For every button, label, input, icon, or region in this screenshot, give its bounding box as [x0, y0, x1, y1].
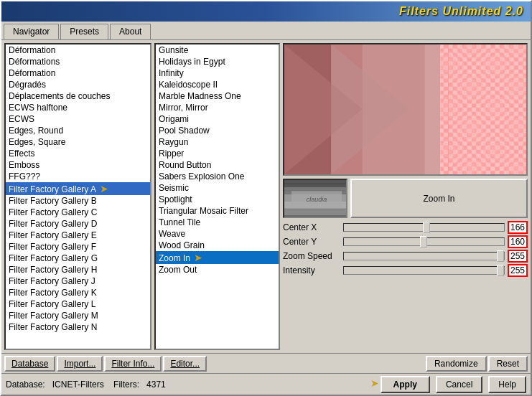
- list-item[interactable]: Filter Factory Gallery D: [6, 218, 150, 230]
- filter-item[interactable]: Origami: [156, 113, 279, 125]
- param-label-centery: Center Y: [283, 237, 340, 247]
- svg-rect-17: [440, 44, 526, 174]
- params-area: Center X 166 Center Y 160 Zoom Speed: [283, 221, 528, 350]
- param-value-intensity: 255: [508, 264, 528, 277]
- list-item[interactable]: Filter Factory Gallery K: [6, 287, 150, 298]
- randomize-button[interactable]: Randomize: [426, 356, 487, 372]
- list-item[interactable]: Déformation: [6, 44, 150, 56]
- title-text: Filters Unlimited 2.0: [399, 5, 523, 18]
- arrow-icon: ➤: [100, 183, 108, 194]
- apply-arrow-icon: ➤: [370, 377, 379, 389]
- bottom-toolbar: Database Import... Filter Info... Editor…: [1, 353, 531, 373]
- list-item[interactable]: Filter Factory Gallery H: [6, 264, 150, 275]
- param-row-intensity: Intensity 255: [283, 264, 528, 277]
- filter-item[interactable]: Infinity: [156, 67, 279, 79]
- param-value-centerx: 166: [508, 221, 528, 234]
- thumbnail-canvas: claudia: [284, 180, 347, 218]
- list-item[interactable]: ECWS: [6, 113, 150, 125]
- category-list[interactable]: Déformation Déformations Déformation Dég…: [4, 43, 151, 350]
- param-row-zoomspeed: Zoom Speed 255: [283, 250, 528, 263]
- param-slider-centerx[interactable]: [343, 223, 505, 232]
- list-item[interactable]: Filter Factory Gallery E: [6, 230, 150, 241]
- database-label: Database:: [6, 380, 45, 390]
- param-value-zoomspeed: 255: [508, 250, 528, 263]
- filter-item[interactable]: Spotlight: [156, 194, 279, 205]
- database-value: ICNET-Filters: [52, 380, 104, 390]
- filter-item[interactable]: Weave: [156, 228, 279, 240]
- apply-button[interactable]: Apply: [381, 376, 430, 393]
- list-item[interactable]: Emboss: [6, 159, 150, 171]
- list-item[interactable]: Filter Factory Gallery L: [6, 298, 150, 310]
- status-info: Database: ICNET-Filters Filters: 4371: [6, 380, 375, 390]
- list-item[interactable]: Déformations: [6, 56, 150, 67]
- filter-item[interactable]: Kaleidoscope II: [156, 79, 279, 90]
- cancel-button[interactable]: Cancel: [436, 376, 482, 393]
- list-item[interactable]: Filter Factory Gallery G: [6, 253, 150, 264]
- right-panel: claudia Zoom In Center X: [283, 43, 528, 350]
- database-button[interactable]: Database: [4, 356, 55, 372]
- preview-area: [283, 43, 528, 176]
- param-row-centerx: Center X 166: [283, 221, 528, 234]
- filter-item[interactable]: Triangular Mosaic Filter: [156, 205, 279, 217]
- param-label-zoomspeed: Zoom Speed: [283, 251, 340, 261]
- status-bar: Database: ICNET-Filters Filters: 4371 ➤ …: [1, 373, 531, 395]
- tab-bar: Navigator Presets About: [1, 22, 531, 40]
- filter-item[interactable]: Gunsite: [156, 44, 279, 56]
- param-label-intensity: Intensity: [283, 265, 340, 275]
- list-item[interactable]: ECWS halftone: [6, 102, 150, 113]
- filter-list[interactable]: Gunsite Holidays in Egypt Infinity Kalei…: [154, 43, 280, 350]
- main-window: Filters Unlimited 2.0 Navigator Presets …: [0, 0, 532, 396]
- filters-label: Filters:: [113, 380, 139, 390]
- filter-item[interactable]: Pool Shadow: [156, 125, 279, 136]
- reset-button[interactable]: Reset: [488, 356, 528, 372]
- list-item[interactable]: Filter Factory Gallery M: [6, 310, 150, 321]
- filter-item[interactable]: Tunnel Tile: [156, 217, 279, 228]
- filter-item[interactable]: Wood Grain: [156, 240, 279, 251]
- filter-list-panel: Gunsite Holidays in Egypt Infinity Kalei…: [154, 43, 280, 350]
- list-item[interactable]: Effects: [6, 148, 150, 159]
- main-content: Déformation Déformations Déformation Dég…: [1, 40, 531, 353]
- svg-rect-23: [284, 209, 347, 218]
- list-item[interactable]: Filter Factory Gallery B: [6, 195, 150, 207]
- param-label-centerx: Center X: [283, 222, 340, 232]
- filter-item[interactable]: Ripper: [156, 148, 279, 159]
- list-item[interactable]: Dégradés: [6, 79, 150, 90]
- help-button[interactable]: Help: [488, 376, 526, 393]
- list-item[interactable]: Edges, Round: [6, 125, 150, 136]
- param-row-centery: Center Y 160: [283, 235, 528, 248]
- filter-item[interactable]: Marble Madness One: [156, 90, 279, 102]
- tab-presets[interactable]: Presets: [60, 24, 108, 39]
- tab-about[interactable]: About: [110, 24, 151, 39]
- thumbnail-box: claudia: [283, 179, 347, 218]
- param-slider-intensity[interactable]: [343, 266, 505, 275]
- filter-item[interactable]: Raygun: [156, 136, 279, 148]
- preview-canvas: [284, 44, 526, 174]
- filter-item[interactable]: Round Button: [156, 159, 279, 171]
- zoom-in-button[interactable]: Zoom In: [350, 179, 528, 218]
- list-item-selected[interactable]: Filter Factory Gallery A ➤: [6, 182, 150, 195]
- param-slider-centery[interactable]: [343, 237, 505, 246]
- filter-info-button[interactable]: Filter Info...: [104, 356, 162, 372]
- title-bar: Filters Unlimited 2.0: [1, 1, 531, 22]
- tab-navigator[interactable]: Navigator: [4, 24, 59, 39]
- list-item[interactable]: Filter Factory Gallery N: [6, 321, 150, 333]
- filter-item[interactable]: Mirror, Mirror: [156, 102, 279, 113]
- filter-item-selected[interactable]: Zoom In ➤: [156, 251, 279, 264]
- param-slider-zoomspeed[interactable]: [343, 252, 505, 260]
- import-button[interactable]: Import...: [57, 356, 103, 372]
- preview-bottom: claudia Zoom In: [283, 179, 528, 218]
- filter-item[interactable]: Sabers Explosion One: [156, 171, 279, 182]
- list-item[interactable]: FFG???: [6, 171, 150, 182]
- list-item[interactable]: Filter Factory Gallery C: [6, 207, 150, 218]
- list-item[interactable]: Déformation: [6, 67, 150, 79]
- filter-item[interactable]: Holidays in Egypt: [156, 56, 279, 67]
- list-item[interactable]: Déplacements de couches: [6, 90, 150, 102]
- list-item[interactable]: Edges, Square: [6, 136, 150, 148]
- filters-value: 4371: [146, 380, 166, 390]
- list-item[interactable]: Filter Factory Gallery J: [6, 275, 150, 287]
- list-item[interactable]: Filter Factory Gallery F: [6, 241, 150, 253]
- filter-item[interactable]: Seismic: [156, 182, 279, 194]
- filter-item[interactable]: Zoom Out: [156, 264, 279, 275]
- editor-button[interactable]: Editor...: [163, 356, 207, 372]
- param-value-centery: 160: [508, 235, 528, 248]
